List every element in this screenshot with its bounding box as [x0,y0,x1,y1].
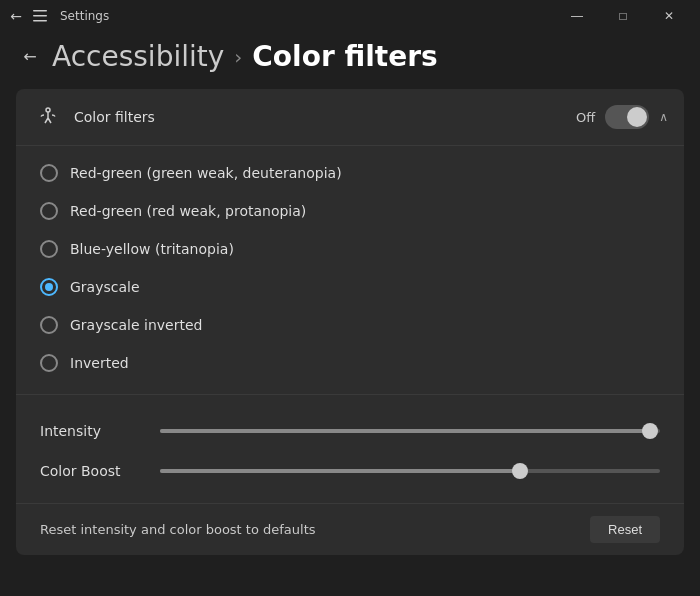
list-item[interactable]: Inverted [16,344,684,382]
section-header: Color filters Off ∧ [16,89,684,146]
list-item[interactable]: Red-green (red weak, protanopia) [16,192,684,230]
intensity-fill [160,429,650,433]
hamburger-icon[interactable] [32,8,48,24]
back-arrow-icon: ← [23,47,36,66]
list-item[interactable]: Grayscale [16,268,684,306]
radio-red-green-deu[interactable] [40,164,58,182]
intensity-label: Intensity [40,423,160,439]
list-item[interactable]: Red-green (green weak, deuteranopia) [16,154,684,192]
intensity-row: Intensity [40,411,660,451]
reset-description: Reset intensity and color boost to defau… [40,522,590,537]
color-boost-thumb[interactable] [512,463,528,479]
radio-label-grayscale: Grayscale [70,279,140,295]
titlebar-right: — □ ✕ [554,0,692,32]
radio-label-red-green-deu: Red-green (green weak, deuteranopia) [70,165,342,181]
section-label: Color filters [74,109,576,125]
toggle-knob [627,107,647,127]
titlebar-title: Settings [60,9,109,23]
color-filters-toggle[interactable] [605,105,649,129]
radio-label-red-green-pro: Red-green (red weak, protanopia) [70,203,306,219]
color-boost-track [160,469,660,473]
intensity-thumb[interactable] [642,423,658,439]
reset-row: Reset intensity and color boost to defau… [16,503,684,555]
collapse-chevron-icon[interactable]: ∧ [659,110,668,124]
radio-grayscale[interactable] [40,278,58,296]
radio-inverted[interactable] [40,354,58,372]
back-icon[interactable]: ← [8,8,24,24]
accessibility-icon [32,101,64,133]
color-filters-card: Color filters Off ∧ Red-green (green wea… [16,89,684,555]
radio-label-grayscale-inv: Grayscale inverted [70,317,202,333]
toggle-status: Off [576,110,595,125]
svg-rect-1 [33,15,47,17]
color-boost-fill [160,469,520,473]
intensity-track [160,429,660,433]
radio-label-inverted: Inverted [70,355,129,371]
radio-grayscale-inv[interactable] [40,316,58,334]
back-button[interactable]: ← [16,43,44,71]
radio-label-blue-yellow: Blue-yellow (tritanopia) [70,241,234,257]
svg-rect-2 [33,20,47,22]
divider [16,394,684,395]
titlebar: ← Settings — □ ✕ [0,0,700,32]
intensity-slider[interactable] [160,421,660,441]
minimize-button[interactable]: — [554,0,600,32]
breadcrumb-parent[interactable]: Accessibility [52,40,224,73]
breadcrumb-separator: › [234,45,242,69]
list-item[interactable]: Grayscale inverted [16,306,684,344]
svg-point-3 [46,108,50,112]
radio-red-green-pro[interactable] [40,202,58,220]
titlebar-left: ← Settings [8,8,109,24]
svg-rect-0 [33,10,47,12]
maximize-button[interactable]: □ [600,0,646,32]
filter-options-list: Red-green (green weak, deuteranopia) Red… [16,146,684,390]
close-button[interactable]: ✕ [646,0,692,32]
radio-blue-yellow[interactable] [40,240,58,258]
page-title: Color filters [252,40,437,73]
color-boost-slider[interactable] [160,461,660,481]
color-boost-row: Color Boost [40,451,660,491]
sliders-section: Intensity Color Boost [16,399,684,503]
list-item[interactable]: Blue-yellow (tritanopia) [16,230,684,268]
reset-button[interactable]: Reset [590,516,660,543]
page-header: ← Accessibility › Color filters [0,32,700,89]
color-boost-label: Color Boost [40,463,160,479]
